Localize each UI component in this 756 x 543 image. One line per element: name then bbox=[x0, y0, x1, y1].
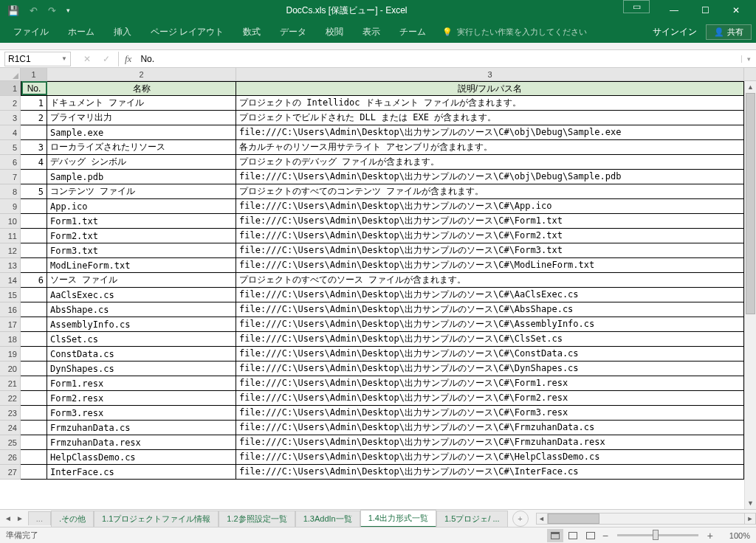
scroll-down-icon[interactable]: ▼ bbox=[745, 497, 756, 509]
tab-view[interactable]: 表示 bbox=[354, 21, 389, 43]
row-header[interactable]: 20 bbox=[0, 362, 21, 376]
cell[interactable] bbox=[21, 347, 47, 362]
cell[interactable]: App.ico bbox=[47, 199, 236, 214]
cell[interactable]: No. bbox=[21, 81, 47, 96]
horizontal-scrollbar[interactable]: ◄ ► bbox=[536, 513, 756, 525]
sheet-nav-prev-icon[interactable]: ◄ bbox=[4, 514, 12, 522]
cell[interactable] bbox=[21, 288, 47, 302]
vscroll-thumb[interactable] bbox=[746, 93, 755, 314]
row-header[interactable]: 6 bbox=[0, 155, 21, 170]
zoom-out-button[interactable]: − bbox=[599, 530, 611, 542]
hscroll-thumb[interactable] bbox=[548, 513, 599, 524]
cell[interactable]: file:///C:\Users\Admin\Desktop\出力サンプルのソー… bbox=[236, 125, 744, 140]
cell[interactable]: file:///C:\Users\Admin\Desktop\出力サンプルのソー… bbox=[236, 450, 744, 465]
formula-content[interactable]: No. bbox=[137, 54, 741, 64]
cell[interactable]: ソース ファイル bbox=[47, 273, 236, 288]
cell[interactable]: Sample.exe bbox=[47, 125, 236, 140]
zoom-thumb[interactable] bbox=[653, 530, 659, 540]
cell[interactable]: Sample.pdb bbox=[47, 170, 236, 184]
cell[interactable]: FrmzuhanData.cs bbox=[47, 421, 236, 435]
sheet-tab-more[interactable]: ... bbox=[28, 511, 51, 525]
cancel-formula-icon[interactable]: ✕ bbox=[81, 54, 93, 64]
close-icon[interactable]: ✕ bbox=[721, 0, 752, 21]
cell[interactable]: InterFace.cs bbox=[47, 465, 236, 480]
cell[interactable]: HelpClassDemo.cs bbox=[47, 450, 236, 465]
row-header[interactable]: 22 bbox=[0, 391, 21, 406]
cell[interactable] bbox=[21, 391, 47, 406]
new-sheet-icon[interactable]: + bbox=[512, 511, 529, 527]
zoom-slider[interactable] bbox=[617, 534, 698, 536]
cell[interactable] bbox=[21, 332, 47, 347]
cell[interactable]: 説明/フルパス名 bbox=[236, 81, 744, 96]
cell[interactable]: Form2.resx bbox=[47, 391, 236, 406]
row-header[interactable]: 26 bbox=[0, 450, 21, 465]
cell[interactable]: AbsShape.cs bbox=[47, 302, 236, 317]
row-header[interactable]: 3 bbox=[0, 111, 21, 125]
cell[interactable]: AaClsExec.cs bbox=[47, 288, 236, 302]
scroll-left-icon[interactable]: ◄ bbox=[536, 513, 548, 525]
sheet-tab-14[interactable]: 1.4出力形式一覧 bbox=[360, 510, 436, 528]
column-header-2[interactable]: 2 bbox=[47, 68, 236, 80]
cell[interactable]: file:///C:\Users\Admin\Desktop\出力サンプルのソー… bbox=[236, 229, 744, 243]
cell[interactable]: file:///C:\Users\Admin\Desktop\出力サンプルのソー… bbox=[236, 421, 744, 435]
row-header[interactable]: 7 bbox=[0, 170, 21, 184]
row-header[interactable]: 19 bbox=[0, 347, 21, 362]
cell[interactable]: 3 bbox=[21, 140, 47, 155]
cell[interactable]: file:///C:\Users\Admin\Desktop\出力サンプルのソー… bbox=[236, 199, 744, 214]
cell[interactable]: file:///C:\Users\Admin\Desktop\出力サンプルのソー… bbox=[236, 465, 744, 480]
row-header[interactable]: 4 bbox=[0, 125, 21, 140]
cell[interactable]: file:///C:\Users\Admin\Desktop\出力サンプルのソー… bbox=[236, 258, 744, 273]
cell[interactable]: 4 bbox=[21, 155, 47, 170]
row-header[interactable]: 5 bbox=[0, 140, 21, 155]
cell[interactable] bbox=[21, 362, 47, 376]
cell[interactable] bbox=[21, 406, 47, 421]
tab-pagelayout[interactable]: ページ レイアウト bbox=[142, 21, 233, 43]
cell[interactable] bbox=[21, 376, 47, 391]
tab-team[interactable]: チーム bbox=[391, 21, 435, 43]
column-header-1[interactable]: 1 bbox=[21, 68, 47, 80]
cell[interactable]: Form3.txt bbox=[47, 243, 236, 258]
cell[interactable]: file:///C:\Users\Admin\Desktop\出力サンプルのソー… bbox=[236, 406, 744, 421]
cell[interactable]: 名称 bbox=[47, 81, 236, 96]
row-header[interactable]: 11 bbox=[0, 229, 21, 243]
cell[interactable]: ModLineForm.txt bbox=[47, 258, 236, 273]
tab-file[interactable]: ファイル bbox=[4, 21, 58, 43]
cell[interactable]: ConstData.cs bbox=[47, 347, 236, 362]
row-header[interactable]: 18 bbox=[0, 332, 21, 347]
cell[interactable] bbox=[21, 317, 47, 332]
cell[interactable] bbox=[21, 421, 47, 435]
tab-review[interactable]: 校閲 bbox=[317, 21, 352, 43]
row-header[interactable]: 15 bbox=[0, 288, 21, 302]
tab-insert[interactable]: 挿入 bbox=[105, 21, 140, 43]
expand-formula-icon[interactable]: ▾ bbox=[741, 55, 756, 63]
vertical-scrollbar[interactable]: ▲ ▼ bbox=[744, 81, 756, 509]
cell[interactable]: ドキュメント ファイル bbox=[47, 96, 236, 111]
cell[interactable]: ローカライズされたリソース bbox=[47, 140, 236, 155]
sheet-tab-12[interactable]: 1.2参照設定一覧 bbox=[219, 511, 295, 527]
cell[interactable] bbox=[21, 229, 47, 243]
scroll-up-icon[interactable]: ▲ bbox=[745, 81, 756, 93]
row-header[interactable]: 2 bbox=[0, 96, 21, 111]
cell[interactable]: プロジェクトでビルドされた DLL または EXE が含まれます。 bbox=[236, 111, 744, 125]
cell[interactable] bbox=[21, 465, 47, 480]
cell[interactable]: プロジェクトのすべてのソース ファイルが含まれます。 bbox=[236, 273, 744, 288]
cell[interactable]: プロジェクトの Intellidoc ドキュメント ファイルが含まれます。 bbox=[236, 96, 744, 111]
cell[interactable]: AssemblyInfo.cs bbox=[47, 317, 236, 332]
cell[interactable]: Form1.resx bbox=[47, 376, 236, 391]
cell[interactable]: Form3.resx bbox=[47, 406, 236, 421]
cell[interactable]: コンテンツ ファイル bbox=[47, 184, 236, 199]
row-header[interactable]: 25 bbox=[0, 435, 21, 450]
cell[interactable]: file:///C:\Users\Admin\Desktop\出力サンプルのソー… bbox=[236, 302, 744, 317]
cell[interactable]: Form1.txt bbox=[47, 214, 236, 229]
cell[interactable]: 6 bbox=[21, 273, 47, 288]
cell[interactable]: file:///C:\Users\Admin\Desktop\出力サンプルのソー… bbox=[236, 376, 744, 391]
cell[interactable]: 5 bbox=[21, 184, 47, 199]
tab-home[interactable]: ホーム bbox=[59, 21, 103, 43]
page-break-view-button[interactable] bbox=[583, 529, 599, 542]
zoom-in-button[interactable]: + bbox=[704, 530, 716, 542]
cell[interactable]: file:///C:\Users\Admin\Desktop\出力サンプルのソー… bbox=[236, 288, 744, 302]
row-header[interactable]: 23 bbox=[0, 406, 21, 421]
normal-view-button[interactable] bbox=[547, 529, 563, 542]
undo-icon[interactable]: ↶ bbox=[30, 5, 38, 16]
row-header[interactable]: 14 bbox=[0, 273, 21, 288]
